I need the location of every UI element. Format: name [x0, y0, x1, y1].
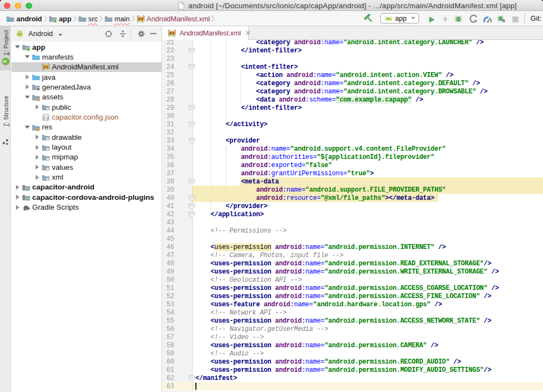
svg-text:{..}: {..} — [43, 115, 49, 120]
